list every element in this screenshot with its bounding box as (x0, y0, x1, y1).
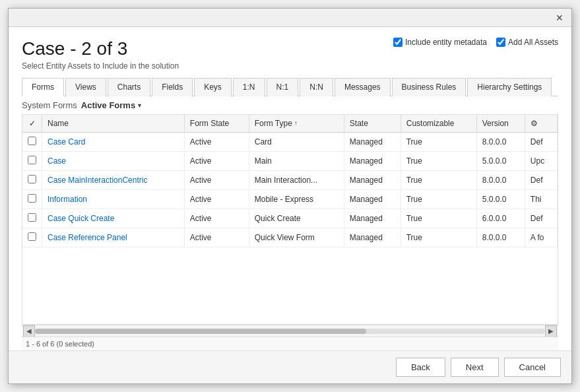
table-row[interactable]: Case MainInteractionCentricActiveMain In… (22, 170, 558, 189)
col-label-form_type: Form Type (255, 119, 292, 128)
cell-extra: Thi (525, 189, 557, 209)
row-checkbox-cell[interactable] (22, 151, 42, 170)
row-checkbox[interactable] (28, 137, 36, 145)
status-text: 1 - 6 of 6 (0 selected) (26, 340, 94, 348)
cell-customizable: True (401, 228, 476, 247)
row-checkbox[interactable] (28, 156, 36, 164)
tab-messages[interactable]: Messages (335, 78, 391, 96)
cell-state: Managed (344, 228, 401, 247)
table-row[interactable]: Case Reference PanelActiveQuick View For… (22, 228, 558, 247)
add-all-assets-label: Add All Assets (508, 38, 558, 47)
cancel-button[interactable]: Cancel (504, 358, 561, 377)
tab-n-n[interactable]: N:N (300, 78, 333, 96)
form-name-link[interactable]: Case MainInteractionCentric (48, 176, 147, 185)
tabs: FormsViewsChartsFieldsKeys1:NN:1N:NMessa… (22, 77, 558, 96)
cell-version: 5.0.0.0 (476, 151, 525, 170)
tab-1-n[interactable]: 1:N (233, 78, 265, 96)
cell-form_state: Active (184, 132, 249, 151)
col-header-form_state: Form State (184, 115, 249, 133)
row-checkbox[interactable] (28, 194, 36, 203)
dialog-footer: Back Next Cancel (9, 350, 571, 383)
cell-form_type: Quick Create (249, 209, 344, 228)
cell-form_type: Main Interaction... (249, 170, 344, 189)
col-header-version: Version (476, 115, 525, 133)
cell-version: 8.0.0.0 (476, 228, 525, 247)
col-header-customizable: Customizable (401, 115, 476, 133)
row-checkbox-cell[interactable] (22, 170, 42, 189)
table-row[interactable]: CaseActiveMainManagedTrue5.0.0.0Upc (22, 151, 558, 170)
table-body: Case CardActiveCardManagedTrue8.0.0.0Def… (22, 132, 558, 247)
section-header: System Forms Active Forms ▾ (22, 100, 558, 110)
include-metadata-option[interactable]: Include entity metadata (393, 38, 487, 47)
table-row[interactable]: InformationActiveMobile - ExpressManaged… (22, 189, 558, 209)
tab-forms[interactable]: Forms (22, 78, 64, 96)
cell-state: Managed (344, 209, 401, 228)
include-metadata-label: Include entity metadata (405, 38, 487, 47)
row-checkbox-cell[interactable] (22, 209, 42, 228)
tab-n-1[interactable]: N:1 (267, 78, 299, 96)
form-name-link[interactable]: Case (48, 156, 66, 166)
row-checkbox-cell[interactable] (22, 228, 42, 247)
cell-customizable: True (401, 170, 476, 189)
back-button[interactable]: Back (396, 358, 445, 377)
row-checkbox[interactable] (28, 232, 36, 241)
cell-customizable: True (401, 151, 476, 170)
row-checkbox[interactable] (28, 175, 36, 183)
system-forms-label: System Forms (22, 100, 77, 110)
cell-form_type: Mobile - Express (249, 189, 344, 209)
tab-keys[interactable]: Keys (194, 78, 232, 96)
row-checkbox-cell[interactable] (22, 189, 42, 209)
tab-fields[interactable]: Fields (152, 78, 193, 96)
table-row[interactable]: Case Quick CreateActiveQuick CreateManag… (22, 209, 558, 228)
cell-form_state: Active (184, 209, 249, 228)
table-row[interactable]: Case CardActiveCardManagedTrue8.0.0.0Def (22, 132, 558, 151)
h-scrollbar[interactable] (35, 327, 545, 336)
tab-charts[interactable]: Charts (108, 78, 150, 96)
add-all-assets-option[interactable]: Add All Assets (496, 38, 558, 47)
table-header: ✓NameForm StateForm Type↑StateCustomizab… (22, 115, 558, 133)
next-button[interactable]: Next (451, 358, 499, 377)
col-header-check: ✓ (22, 115, 42, 133)
cell-form_state: Active (184, 189, 249, 209)
cell-state: Managed (344, 151, 401, 170)
form-name-link[interactable]: Case Reference Panel (48, 233, 127, 242)
cell-extra: A fo (525, 228, 557, 247)
cell-customizable: True (401, 189, 476, 209)
table-scroll[interactable]: ✓NameForm StateForm Type↑StateCustomizab… (22, 115, 558, 324)
active-forms-dropdown[interactable]: ▾ (138, 102, 141, 109)
tab-hierarchy-settings[interactable]: Hierarchy Settings (467, 78, 552, 96)
col-header-state: State (344, 115, 401, 133)
cell-version: 5.0.0.0 (476, 189, 525, 209)
scroll-right-arrow[interactable]: ▶ (545, 325, 557, 337)
cell-form_state: Active (184, 170, 249, 189)
scroll-thumb[interactable] (35, 329, 366, 334)
col-header-extra: ⚙ (525, 115, 557, 133)
cell-state: Managed (344, 189, 401, 209)
header-options: Include entity metadata Add All Assets (393, 38, 558, 47)
dialog-content: Case - 2 of 3 Select Entity Assets to In… (9, 27, 571, 350)
cell-version: 8.0.0.0 (476, 132, 525, 151)
form-name-link[interactable]: Case Quick Create (48, 214, 114, 223)
form-name-link[interactable]: Information (48, 195, 87, 204)
cell-form_state: Active (184, 228, 249, 247)
add-all-assets-checkbox[interactable] (496, 38, 505, 47)
form-name-link[interactable]: Case Card (48, 137, 85, 147)
col-header-form_type[interactable]: Form Type↑ (249, 115, 344, 133)
cell-state: Managed (344, 170, 401, 189)
active-forms-label[interactable]: Active Forms (81, 100, 135, 110)
tab-views[interactable]: Views (65, 78, 106, 96)
close-button[interactable]: ✕ (552, 12, 567, 24)
row-checkbox[interactable] (28, 213, 36, 222)
cell-form_state: Active (184, 151, 249, 170)
row-checkbox-cell[interactable] (22, 132, 42, 151)
include-metadata-checkbox[interactable] (393, 38, 403, 47)
status-bar: 1 - 6 of 6 (0 selected) (22, 337, 558, 350)
cell-extra: Upc (525, 151, 557, 170)
cell-customizable: True (401, 209, 476, 228)
cell-extra: Def (525, 170, 557, 189)
forms-table: ✓NameForm StateForm Type↑StateCustomizab… (22, 115, 558, 247)
tab-business-rules[interactable]: Business Rules (392, 78, 467, 96)
scroll-left-arrow[interactable]: ◀ (23, 325, 35, 337)
scroll-track (35, 329, 545, 334)
main-dialog: ✕ Case - 2 of 3 Select Entity Assets to … (8, 8, 572, 384)
